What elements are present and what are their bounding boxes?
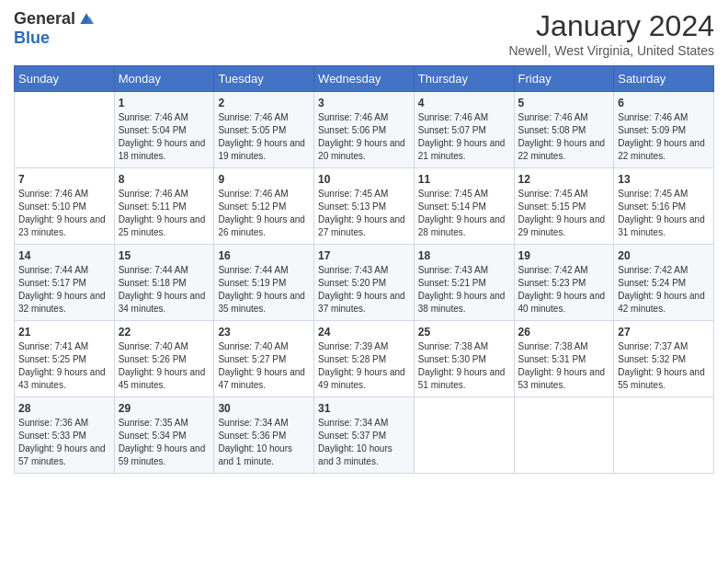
day-info: Sunrise: 7:46 AMSunset: 5:05 PMDaylight:… (218, 111, 310, 163)
calendar-cell: 16Sunrise: 7:44 AMSunset: 5:19 PMDayligh… (214, 245, 314, 321)
day-info: Sunrise: 7:36 AMSunset: 5:33 PMDaylight:… (18, 417, 110, 468)
week-row-1: 1Sunrise: 7:46 AMSunset: 5:04 PMDaylight… (15, 92, 714, 168)
calendar-cell: 6Sunrise: 7:46 AMSunset: 5:09 PMDaylight… (614, 92, 714, 168)
calendar-cell (15, 92, 115, 168)
day-info: Sunrise: 7:42 AMSunset: 5:24 PMDaylight:… (618, 264, 710, 316)
day-header-thursday: Thursday (414, 66, 514, 92)
calendar-cell: 1Sunrise: 7:46 AMSunset: 5:04 PMDaylight… (114, 92, 214, 168)
day-header-tuesday: Tuesday (214, 66, 314, 92)
calendar-cell (414, 397, 514, 474)
day-number: 27 (618, 326, 710, 339)
day-header-sunday: Sunday (15, 66, 115, 92)
day-number: 26 (518, 326, 610, 339)
day-info: Sunrise: 7:35 AMSunset: 5:34 PMDaylight:… (119, 417, 210, 468)
day-info: Sunrise: 7:37 AMSunset: 5:32 PMDaylight:… (618, 340, 710, 392)
day-number: 7 (18, 173, 110, 186)
calendar-cell: 24Sunrise: 7:39 AMSunset: 5:28 PMDayligh… (314, 321, 415, 397)
day-info: Sunrise: 7:46 AMSunset: 5:04 PMDaylight:… (119, 111, 210, 163)
day-number: 4 (418, 97, 510, 109)
calendar-cell: 21Sunrise: 7:41 AMSunset: 5:25 PMDayligh… (15, 321, 115, 397)
day-info: Sunrise: 7:46 AMSunset: 5:08 PMDaylight:… (518, 111, 610, 163)
location-title: Newell, West Virginia, United States (508, 43, 714, 58)
calendar-cell: 23Sunrise: 7:40 AMSunset: 5:27 PMDayligh… (214, 321, 314, 397)
day-info: Sunrise: 7:42 AMSunset: 5:23 PMDaylight:… (518, 264, 610, 316)
day-number: 2 (218, 97, 310, 109)
day-info: Sunrise: 7:45 AMSunset: 5:13 PMDaylight:… (318, 188, 410, 239)
day-header-saturday: Saturday (614, 66, 714, 92)
week-row-3: 14Sunrise: 7:44 AMSunset: 5:17 PMDayligh… (15, 245, 714, 321)
logo: General Blue (14, 9, 96, 48)
day-number: 3 (318, 97, 410, 109)
day-info: Sunrise: 7:40 AMSunset: 5:27 PMDaylight:… (218, 340, 310, 392)
calendar-cell: 22Sunrise: 7:40 AMSunset: 5:26 PMDayligh… (114, 321, 214, 397)
day-number: 29 (119, 402, 210, 415)
day-number: 22 (119, 326, 210, 339)
day-info: Sunrise: 7:43 AMSunset: 5:21 PMDaylight:… (418, 264, 510, 316)
calendar-cell: 9Sunrise: 7:46 AMSunset: 5:12 PMDaylight… (214, 168, 314, 245)
day-info: Sunrise: 7:46 AMSunset: 5:07 PMDaylight:… (418, 111, 510, 163)
day-number: 13 (618, 173, 710, 186)
calendar-cell: 5Sunrise: 7:46 AMSunset: 5:08 PMDaylight… (514, 92, 614, 168)
day-number: 15 (119, 249, 210, 262)
day-number: 28 (18, 402, 110, 415)
calendar-cell: 25Sunrise: 7:38 AMSunset: 5:30 PMDayligh… (414, 321, 514, 397)
calendar-cell: 8Sunrise: 7:46 AMSunset: 5:11 PMDaylight… (114, 168, 214, 245)
day-info: Sunrise: 7:44 AMSunset: 5:17 PMDaylight:… (18, 264, 110, 316)
calendar-table: SundayMondayTuesdayWednesdayThursdayFrid… (14, 65, 714, 474)
day-number: 21 (18, 326, 110, 339)
calendar-cell: 19Sunrise: 7:42 AMSunset: 5:23 PMDayligh… (514, 245, 614, 321)
logo-general: General (14, 9, 75, 29)
calendar-cell: 20Sunrise: 7:42 AMSunset: 5:24 PMDayligh… (614, 245, 714, 321)
day-number: 11 (418, 173, 510, 186)
day-info: Sunrise: 7:45 AMSunset: 5:16 PMDaylight:… (618, 188, 710, 239)
day-number: 1 (119, 97, 210, 109)
calendar-cell: 15Sunrise: 7:44 AMSunset: 5:18 PMDayligh… (114, 245, 214, 321)
calendar-cell: 17Sunrise: 7:43 AMSunset: 5:20 PMDayligh… (314, 245, 415, 321)
day-number: 31 (318, 402, 410, 415)
day-number: 16 (218, 249, 310, 262)
day-header-wednesday: Wednesday (314, 66, 415, 92)
day-number: 24 (318, 326, 410, 339)
day-number: 25 (418, 326, 510, 339)
calendar-cell: 2Sunrise: 7:46 AMSunset: 5:05 PMDaylight… (214, 92, 314, 168)
day-info: Sunrise: 7:40 AMSunset: 5:26 PMDaylight:… (119, 340, 210, 392)
day-number: 23 (218, 326, 310, 339)
calendar-cell: 7Sunrise: 7:46 AMSunset: 5:10 PMDaylight… (15, 168, 115, 245)
calendar-cell: 29Sunrise: 7:35 AMSunset: 5:34 PMDayligh… (114, 397, 214, 474)
day-info: Sunrise: 7:46 AMSunset: 5:12 PMDaylight:… (218, 188, 310, 239)
day-number: 30 (218, 402, 310, 415)
day-info: Sunrise: 7:45 AMSunset: 5:15 PMDaylight:… (518, 188, 610, 239)
day-info: Sunrise: 7:34 AMSunset: 5:36 PMDaylight:… (218, 417, 310, 468)
calendar-cell: 4Sunrise: 7:46 AMSunset: 5:07 PMDaylight… (414, 92, 514, 168)
day-info: Sunrise: 7:38 AMSunset: 5:30 PMDaylight:… (418, 340, 510, 392)
header-row: SundayMondayTuesdayWednesdayThursdayFrid… (15, 66, 714, 92)
day-number: 10 (318, 173, 410, 186)
calendar-cell: 3Sunrise: 7:46 AMSunset: 5:06 PMDaylight… (314, 92, 415, 168)
day-number: 12 (518, 173, 610, 186)
day-info: Sunrise: 7:46 AMSunset: 5:09 PMDaylight:… (618, 111, 710, 163)
day-info: Sunrise: 7:43 AMSunset: 5:20 PMDaylight:… (318, 264, 410, 316)
calendar-cell: 27Sunrise: 7:37 AMSunset: 5:32 PMDayligh… (614, 321, 714, 397)
logo-icon (77, 10, 96, 29)
day-number: 8 (119, 173, 210, 186)
day-info: Sunrise: 7:46 AMSunset: 5:06 PMDaylight:… (318, 111, 410, 163)
calendar-cell: 31Sunrise: 7:34 AMSunset: 5:37 PMDayligh… (314, 397, 415, 474)
day-info: Sunrise: 7:34 AMSunset: 5:37 PMDaylight:… (318, 417, 410, 468)
day-info: Sunrise: 7:39 AMSunset: 5:28 PMDaylight:… (318, 340, 410, 392)
calendar-cell: 18Sunrise: 7:43 AMSunset: 5:21 PMDayligh… (414, 245, 514, 321)
calendar-cell: 28Sunrise: 7:36 AMSunset: 5:33 PMDayligh… (15, 397, 115, 474)
title-section: January 2024 Newell, West Virginia, Unit… (508, 9, 714, 58)
week-row-4: 21Sunrise: 7:41 AMSunset: 5:25 PMDayligh… (15, 321, 714, 397)
day-info: Sunrise: 7:46 AMSunset: 5:11 PMDaylight:… (119, 188, 210, 239)
day-info: Sunrise: 7:41 AMSunset: 5:25 PMDaylight:… (18, 340, 110, 392)
day-info: Sunrise: 7:38 AMSunset: 5:31 PMDaylight:… (518, 340, 610, 392)
day-number: 19 (518, 249, 610, 262)
calendar-cell: 30Sunrise: 7:34 AMSunset: 5:36 PMDayligh… (214, 397, 314, 474)
week-row-5: 28Sunrise: 7:36 AMSunset: 5:33 PMDayligh… (15, 397, 714, 474)
day-number: 14 (18, 249, 110, 262)
calendar-cell: 13Sunrise: 7:45 AMSunset: 5:16 PMDayligh… (614, 168, 714, 245)
day-info: Sunrise: 7:46 AMSunset: 5:10 PMDaylight:… (18, 188, 110, 239)
calendar-cell: 14Sunrise: 7:44 AMSunset: 5:17 PMDayligh… (15, 245, 115, 321)
day-number: 20 (618, 249, 710, 262)
calendar-cell: 26Sunrise: 7:38 AMSunset: 5:31 PMDayligh… (514, 321, 614, 397)
